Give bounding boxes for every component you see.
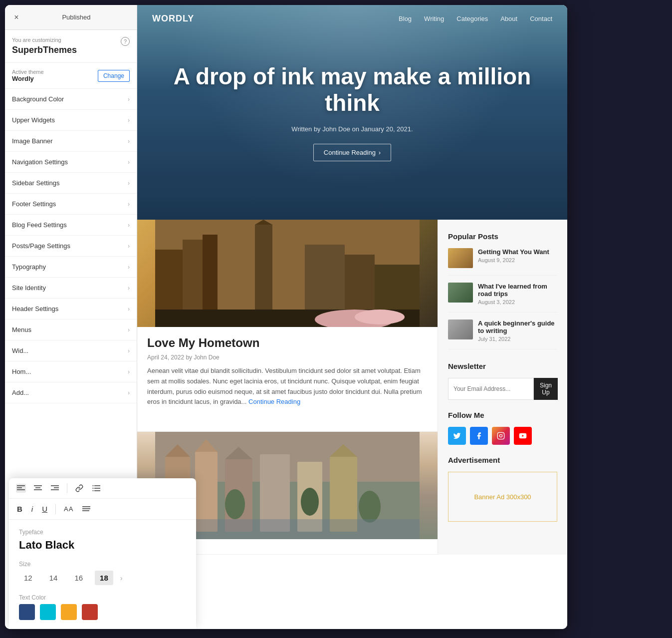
color-swatch-red[interactable] [82, 604, 98, 620]
chevron-right-icon-10: › [128, 285, 130, 292]
popular-post-title-3: A quick beginner's guide to writing [478, 319, 557, 334]
read-more-link[interactable]: Continue Reading [248, 398, 300, 405]
chevron-right-icon-6: › [128, 201, 130, 208]
popular-post-date-3: July 31, 2022 [478, 336, 557, 342]
color-swatch-cyan[interactable] [40, 604, 56, 620]
instagram-icon[interactable] [492, 427, 510, 445]
svg-point-27 [301, 488, 319, 516]
svg-point-31 [499, 434, 502, 437]
menu-item-posts-page-settings[interactable]: Posts/Page Settings › [5, 236, 137, 257]
bold-button[interactable]: B [16, 504, 23, 514]
chevron-right-icon-5: › [128, 180, 130, 187]
article-byline: April 24, 2022 by John Doe [147, 354, 428, 361]
menu-item-header-settings[interactable]: Header Settings › [5, 299, 137, 319]
menu-item-wid[interactable]: Wid... › [5, 340, 137, 361]
menu-item-add[interactable]: Add... › [5, 382, 137, 403]
chevron-right-icon-14: › [128, 368, 130, 375]
paragraph-button[interactable] [81, 505, 91, 514]
nav-links: Blog Writing Categories About Contact [399, 15, 552, 22]
nav-link-blog[interactable]: Blog [399, 15, 412, 22]
hero-content: A drop of ink may make a million think W… [137, 63, 567, 161]
popular-post-1: Getting What You Want August 9, 2022 [448, 248, 557, 276]
article-card: Love My Hometown April 24, 2022 by John … [137, 220, 438, 432]
nav-link-categories[interactable]: Categories [456, 15, 488, 22]
nav-link-about[interactable]: About [500, 15, 517, 22]
website-preview: WORDLY Blog Writing Categories About Con… [137, 5, 567, 629]
list-button[interactable] [91, 484, 101, 493]
site-navigation: WORDLY Blog Writing Categories About Con… [137, 5, 567, 32]
link-button[interactable] [74, 483, 84, 493]
nav-link-writing[interactable]: Writing [424, 15, 444, 22]
active-theme-value: Wordly [12, 75, 44, 82]
help-icon[interactable]: ? [121, 37, 130, 46]
chevron-right-icon: › [128, 96, 130, 103]
menu-item-hom[interactable]: Hom... › [5, 361, 137, 382]
close-button[interactable]: × [11, 12, 22, 23]
chevron-right-icon-8: › [128, 243, 130, 250]
ad-title: Advertisement [448, 456, 557, 464]
svg-rect-30 [497, 432, 504, 439]
menu-item-background-color[interactable]: Background Color › [5, 89, 137, 110]
color-swatch-yellow[interactable] [61, 604, 77, 620]
newsletter-section: Newsletter Sign Up [448, 362, 557, 400]
italic-button[interactable]: i [30, 504, 34, 514]
typography-body: Typeface Lato Black Size 12 14 16 18 › T… [9, 520, 196, 629]
site-logo: WORDLY [152, 13, 194, 24]
svg-point-44 [93, 488, 94, 489]
popular-post-info-1: Getting What You Want August 9, 2022 [478, 248, 549, 268]
menu-item-site-identity[interactable]: Site Identity › [5, 278, 137, 299]
text-case-button[interactable]: AA [63, 504, 74, 514]
menu-item-upper-widgets[interactable]: Upper Widgets › [5, 110, 137, 131]
size-14[interactable]: 14 [44, 571, 63, 585]
chevron-right-icon-11: › [128, 306, 130, 313]
popular-post-info-3: A quick beginner's guide to writing July… [478, 319, 557, 342]
theme-name: SuperbThemes [12, 45, 77, 55]
change-theme-button[interactable]: Change [98, 70, 130, 82]
align-center-button[interactable] [33, 484, 43, 493]
menu-item-navigation-settings[interactable]: Navigation Settings › [5, 152, 137, 173]
typeface-label: Typeface [19, 529, 186, 536]
size-18[interactable]: 18 [95, 571, 113, 585]
twitter-icon[interactable] [448, 427, 466, 445]
toolbar-divider-1 [67, 483, 67, 493]
color-swatches [19, 604, 186, 620]
color-swatch-navy[interactable] [19, 604, 35, 620]
newsletter-signup-button[interactable]: Sign Up [534, 378, 558, 400]
typography-toolbar-2: B i U AA [9, 499, 196, 520]
ad-box: Banner Ad 300x300 [448, 472, 557, 522]
facebook-icon[interactable] [470, 427, 488, 445]
svg-point-32 [502, 434, 503, 434]
typography-toolbar-1 [9, 478, 196, 499]
hero-cta-button[interactable]: Continue Reading › [313, 144, 391, 161]
align-left-button[interactable] [16, 484, 26, 493]
newsletter-email-input[interactable] [448, 378, 534, 400]
svg-point-43 [93, 485, 94, 486]
menu-item-image-banner[interactable]: Image Banner › [5, 131, 137, 152]
align-right-button[interactable] [50, 484, 60, 493]
menu-item-typography[interactable]: Typography › [5, 257, 137, 278]
underline-button[interactable]: U [41, 504, 48, 514]
hero-meta: Written by John Doe on January 20, 2021. [157, 125, 547, 133]
size-16[interactable]: 16 [69, 571, 88, 585]
follow-title: Follow Me [448, 411, 557, 419]
active-theme-row: Active theme Wordly Change [5, 63, 137, 89]
menu-item-sidebar-settings[interactable]: Sidebar Settings › [5, 173, 137, 194]
chevron-right-icon-7: › [128, 222, 130, 229]
size-more-button[interactable]: › [120, 574, 123, 582]
menu-item-menus[interactable]: Menus › [5, 319, 137, 340]
menu-item-footer-settings[interactable]: Footer Settings › [5, 194, 137, 215]
chevron-right-icon-12: › [128, 326, 130, 333]
youtube-icon[interactable] [514, 427, 532, 445]
size-12[interactable]: 12 [19, 571, 37, 585]
ad-box-text: Banner Ad 300x300 [474, 493, 531, 501]
customizer-header: × Published [5, 5, 137, 30]
toolbar-divider-2 [55, 504, 56, 514]
nav-link-contact[interactable]: Contact [530, 15, 552, 22]
typography-panel: B i U AA Typeface Lato Black Size 12 14 … [9, 478, 196, 629]
size-label: Size [19, 561, 186, 568]
popular-post-title-1: Getting What You Want [478, 248, 549, 256]
menu-item-blog-feed-settings[interactable]: Blog Feed Settings › [5, 215, 137, 236]
social-icons-row [448, 427, 557, 445]
article-excerpt: Aenean velit vitae dui blandit sollicitu… [147, 366, 428, 407]
popular-post-thumbnail-1 [448, 248, 473, 268]
